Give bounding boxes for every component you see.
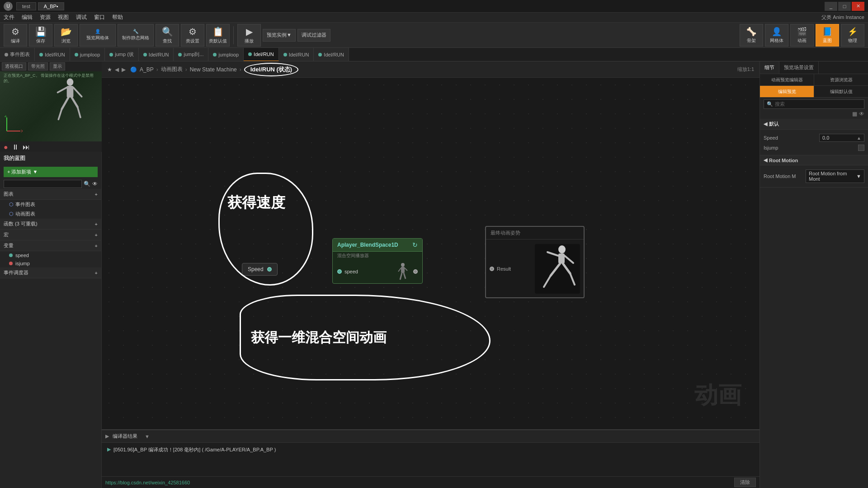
tab-jump-state[interactable]: jump (状 <box>105 48 139 61</box>
menu-debug[interactable]: 调试 <box>76 14 87 21</box>
details-tab[interactable]: 细节 <box>760 61 779 74</box>
result-input-pin[interactable] <box>490 267 494 271</box>
menu-edit[interactable]: 编辑 <box>22 14 33 21</box>
anim-preview-editor-tab[interactable]: 动画预览编辑器 <box>760 74 814 85</box>
tab-idel-run-2[interactable]: Idel/RUN <box>139 48 174 61</box>
menu-assets[interactable]: 资源 <box>40 14 51 21</box>
graph-plus-button[interactable]: + <box>95 192 98 197</box>
tab-jump-to[interactable]: jump到... <box>174 48 208 61</box>
svg-rect-1 <box>67 86 74 98</box>
tab-jumploop[interactable]: jumploop <box>70 48 105 61</box>
save-button[interactable]: 💾 保存 <box>29 24 52 47</box>
tab-abp[interactable]: A_BP• <box>38 2 64 10</box>
class-defaults-button[interactable]: 📋 类默认值 <box>206 24 230 47</box>
edit-preview-tab[interactable]: 编辑预览 <box>760 86 814 97</box>
blueprint-search-input[interactable] <box>4 180 82 188</box>
event-dispatcher-header[interactable]: 事件调度器 + <box>0 267 101 278</box>
graph-canvas[interactable]: Speed Aplayer_BlendSpace1D ↻ 混合空间播放器 spe… <box>102 78 760 429</box>
preview-instance-dropdown[interactable]: 预览实例▼ <box>263 29 296 42</box>
anim-mode-button[interactable]: 🎬 动画 <box>790 24 814 47</box>
canvas-grid <box>102 78 760 429</box>
mesh-mode-button[interactable]: 👤 网格体 <box>765 24 788 47</box>
macro-section-header[interactable]: 宏 + <box>0 230 101 240</box>
eye-toggle-icon[interactable]: 👁 <box>859 111 864 117</box>
tab-idel-run-active[interactable]: Idel/RUN <box>244 48 279 61</box>
speed-node[interactable]: Speed <box>242 263 278 276</box>
play-button[interactable]: ▶ 播放 <box>237 24 261 47</box>
find-button[interactable]: 🔍 查找 <box>156 24 179 47</box>
speed-prop-value[interactable]: 0.0 ▲ <box>819 134 864 142</box>
maximize-button[interactable]: □ <box>838 2 851 11</box>
graph-section-header[interactable]: 图表 + <box>0 189 101 200</box>
asset-browser-tab[interactable]: 资源浏览器 <box>814 74 868 85</box>
grid-view-icon[interactable]: ▦ <box>852 111 857 117</box>
tab-label-event: 事件图表 <box>10 51 30 58</box>
skeleton-mode-button[interactable]: 🦴 骨架 <box>740 24 763 47</box>
tab-test[interactable]: test <box>16 2 36 10</box>
tab-event-graph[interactable]: 事件图表 <box>0 48 35 61</box>
pause-button[interactable]: ⏸ <box>12 143 19 151</box>
macro-plus-button[interactable]: + <box>95 232 98 238</box>
close-button[interactable]: ✕ <box>852 2 864 11</box>
debug-filter-dropdown[interactable]: 调试过滤器 <box>297 29 330 42</box>
clear-button[interactable]: 清除 <box>734 478 756 487</box>
right-search-input[interactable]: 🔍 搜索 <box>764 99 864 109</box>
blend-output-pin[interactable] <box>413 269 418 274</box>
crumb-state-machine[interactable]: New State Machine <box>190 66 237 73</box>
bottom-panel-dropdown[interactable]: ▼ <box>145 434 150 439</box>
event-graph-item[interactable]: ⬡ 事件图表 <box>0 200 101 209</box>
display-btn[interactable]: 显示 <box>50 62 65 70</box>
edit-defaults-tab[interactable]: 编辑默认值 <box>814 86 868 97</box>
blend-space-node[interactable]: Aplayer_BlendSpace1D ↻ 混合空间播放器 speed <box>332 238 423 284</box>
root-motion-section-header[interactable]: ◀ Root Motion <box>760 155 868 165</box>
menu-window[interactable]: 窗口 <box>94 14 105 21</box>
menu-view[interactable]: 视图 <box>58 14 69 21</box>
find-label: 查找 <box>163 38 172 44</box>
event-dispatcher-plus[interactable]: + <box>95 270 98 276</box>
play-icon: ▶ <box>246 26 253 37</box>
bottom-log: ▶ [0501.96]A_BP 编译成功！[208 毫秒内] ( /Game/A… <box>102 443 760 476</box>
tab-idel-run-3[interactable]: Idel/RUN <box>279 48 314 61</box>
step-button[interactable]: ⏭ <box>23 143 30 151</box>
default-section-header[interactable]: ◀ 默认 <box>760 119 868 130</box>
isjump-variable-item[interactable]: isjump <box>0 259 101 267</box>
blueprint-mode-button[interactable]: 📘 蓝图 <box>816 24 839 47</box>
make-static-button[interactable]: 🔧 制作静态网格 <box>118 24 154 47</box>
crumb-abp[interactable]: A_BP <box>140 66 154 73</box>
tab-idel-run-1[interactable]: Idel/RUN <box>35 48 70 61</box>
browse-button[interactable]: 📂 浏览 <box>54 24 78 47</box>
perspective-btn[interactable]: 透视视口 <box>2 62 26 70</box>
record-button[interactable]: ● <box>4 143 8 151</box>
light-btn[interactable]: 带光照 <box>28 62 48 70</box>
speed-input-pin[interactable] <box>337 269 342 274</box>
crumb-anim-graph[interactable]: 动画图表 <box>161 66 183 73</box>
nav-forward[interactable]: ▶ <box>122 66 126 73</box>
menu-file[interactable]: 文件 <box>4 14 14 21</box>
physics-mode-button[interactable]: ⚡ 物理 <box>841 24 864 47</box>
speed-variable-item[interactable]: speed <box>0 251 101 259</box>
isjump-checkbox[interactable] <box>858 145 864 151</box>
speed-value-arrow[interactable]: ▲ <box>857 136 861 141</box>
preview-scene-tab[interactable]: 预览场景设置 <box>779 61 819 74</box>
class-settings-button[interactable]: ⚙ 类设置 <box>181 24 204 47</box>
tab-idel-run-4[interactable]: Idel/RUN <box>314 48 349 61</box>
preview-mesh-button[interactable]: 👤 预览网格体 <box>80 24 116 47</box>
variables-plus-button[interactable]: + <box>95 243 98 249</box>
result-node[interactable]: 最终动画姿势 Result <box>485 226 585 298</box>
minimize-button[interactable]: _ <box>825 2 837 11</box>
tab-dot-7 <box>248 52 252 56</box>
root-motion-arrow: ◀ <box>764 157 767 163</box>
blend-node-options[interactable]: ↻ <box>412 241 418 249</box>
anim-graph-item[interactable]: ⬡ 动画图表 <box>0 209 101 219</box>
functions-plus-button[interactable]: + <box>95 221 98 227</box>
skeleton-icon: 🦴 <box>746 27 756 37</box>
root-motion-dropdown[interactable]: Root Motion from Mont ▼ <box>806 169 864 183</box>
menu-help[interactable]: 帮助 <box>112 14 123 21</box>
variables-section-header[interactable]: 变量 + <box>0 240 101 251</box>
speed-output-pin[interactable] <box>267 267 272 272</box>
nav-back[interactable]: ◀ <box>115 66 119 73</box>
compile-button[interactable]: ⚙ 编译 <box>4 24 27 47</box>
tab-jumploop-2[interactable]: jumploop <box>208 48 244 61</box>
functions-section-header[interactable]: 函数 (3 可重载) + <box>0 219 101 230</box>
add-new-button[interactable]: + 添加新项 ▼ <box>4 167 98 177</box>
